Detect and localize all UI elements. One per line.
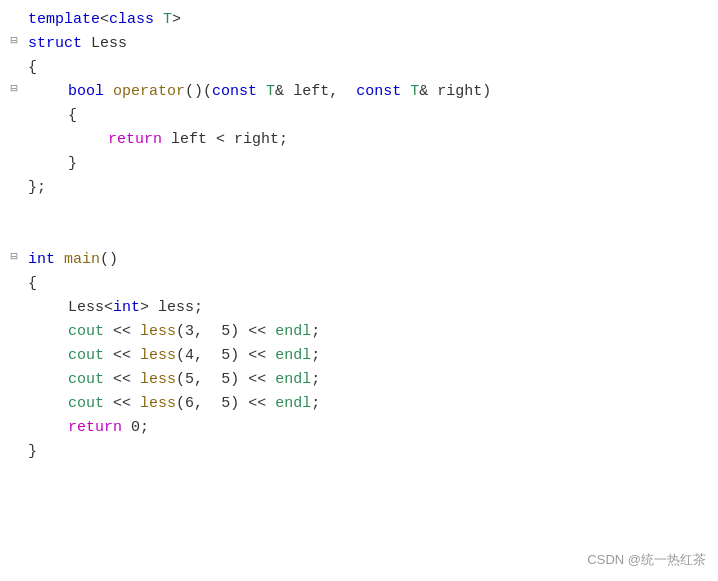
- code-content: [24, 224, 714, 248]
- code-line: Less<int> less;: [0, 296, 718, 320]
- code-content: };: [24, 176, 714, 200]
- code-content: return 0;: [24, 416, 714, 440]
- code-content: cout << less(4, 5) << endl;: [24, 344, 714, 368]
- code-content: template<class T>: [24, 8, 714, 32]
- code-line: [0, 200, 718, 224]
- code-line: {: [0, 104, 718, 128]
- fold-gutter[interactable]: ⊟: [4, 80, 24, 99]
- code-content: cout << less(5, 5) << endl;: [24, 368, 714, 392]
- watermark: CSDN @统一热红茶: [587, 550, 706, 571]
- code-line: {: [0, 272, 718, 296]
- code-line: [0, 224, 718, 248]
- code-line: cout << less(4, 5) << endl;: [0, 344, 718, 368]
- code-line: ⊟struct Less: [0, 32, 718, 56]
- code-line: return left < right;: [0, 128, 718, 152]
- code-line: template<class T>: [0, 8, 718, 32]
- fold-gutter[interactable]: ⊟: [4, 248, 24, 267]
- code-line: cout << less(6, 5) << endl;: [0, 392, 718, 416]
- code-content: {: [24, 272, 714, 296]
- code-content: cout << less(6, 5) << endl;: [24, 392, 714, 416]
- code-content: }: [24, 152, 714, 176]
- code-line: ⊟bool operator()(const T& left, const T&…: [0, 80, 718, 104]
- code-content: struct Less: [24, 32, 714, 56]
- fold-gutter[interactable]: ⊟: [4, 32, 24, 51]
- code-content: {: [24, 104, 714, 128]
- code-line: cout << less(5, 5) << endl;: [0, 368, 718, 392]
- code-content: Less<int> less;: [24, 296, 714, 320]
- code-line: return 0;: [0, 416, 718, 440]
- code-line: {: [0, 56, 718, 80]
- code-line: ⊟int main(): [0, 248, 718, 272]
- code-lines: template<class T>⊟struct Less{⊟bool oper…: [0, 8, 718, 464]
- code-content: int main(): [24, 248, 714, 272]
- code-content: {: [24, 56, 714, 80]
- code-editor: template<class T>⊟struct Less{⊟bool oper…: [0, 0, 718, 581]
- code-line: };: [0, 176, 718, 200]
- code-content: return left < right;: [24, 128, 714, 152]
- code-line: cout << less(3, 5) << endl;: [0, 320, 718, 344]
- code-content: bool operator()(const T& left, const T& …: [24, 80, 714, 104]
- code-line: }: [0, 152, 718, 176]
- code-content: }: [24, 440, 714, 464]
- code-line: }: [0, 440, 718, 464]
- code-content: cout << less(3, 5) << endl;: [24, 320, 714, 344]
- code-content: [24, 200, 714, 224]
